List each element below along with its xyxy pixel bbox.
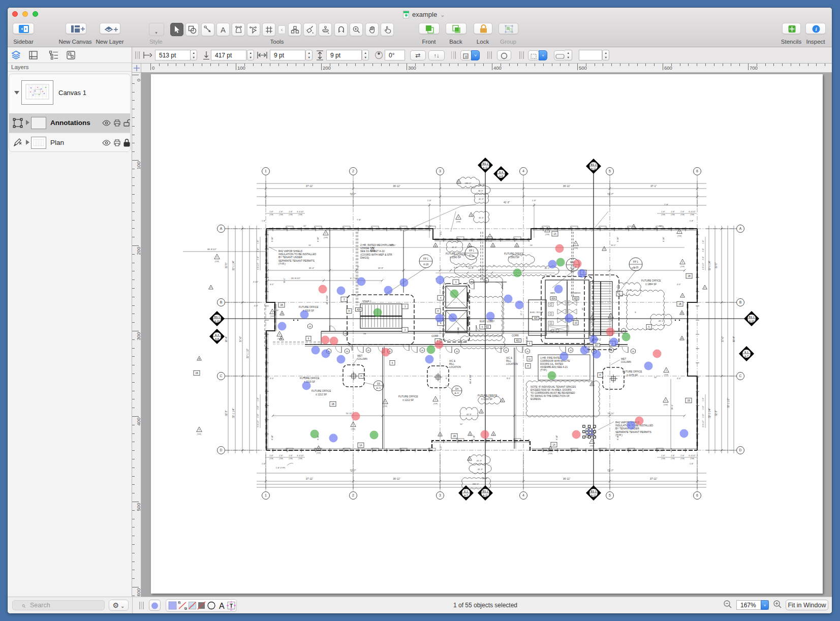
svg-text:INSULATION TO BE INSTALLED: INSULATION TO BE INSTALLED bbox=[278, 253, 316, 256]
svg-text:32'-1 1/4": 32'-1 1/4" bbox=[708, 408, 711, 418]
svg-text:2: 2 bbox=[352, 493, 354, 497]
svg-text:1'-8": 1'-8" bbox=[702, 397, 704, 401]
svg-text:6: 6 bbox=[529, 343, 531, 345]
svg-text:3: 3 bbox=[344, 298, 345, 301]
svg-text:FP 1: FP 1 bbox=[633, 261, 638, 263]
svg-text:1'-8": 1'-8" bbox=[661, 455, 665, 457]
svg-text:(TYP): (TYP) bbox=[671, 458, 675, 460]
svg-text:BS 3: BS 3 bbox=[591, 490, 597, 493]
svg-text:(TYP): (TYP) bbox=[548, 453, 552, 455]
svg-text:A-18: A-18 bbox=[423, 263, 428, 266]
svg-text:(TYP): (TYP) bbox=[545, 234, 549, 236]
svg-text:DWGS): DWGS) bbox=[360, 256, 369, 259]
svg-text:A-21: A-21 bbox=[455, 392, 460, 394]
svg-text:10": 10" bbox=[303, 225, 306, 227]
svg-text:± 1212 SF: ± 1212 SF bbox=[402, 399, 414, 401]
svg-text:32'-5": 32'-5" bbox=[225, 410, 228, 416]
svg-text:R42 VAPOR SHIELD: R42 VAPOR SHIELD bbox=[278, 250, 303, 253]
svg-text:7'-8": 7'-8" bbox=[357, 219, 361, 221]
svg-text:3'-4 1/2": 3'-4 1/2" bbox=[689, 455, 696, 457]
svg-text:46: 46 bbox=[526, 350, 529, 353]
svg-text:2'-8": 2'-8" bbox=[279, 211, 283, 213]
svg-text:A-12: A-12 bbox=[591, 167, 597, 170]
svg-text:H: H bbox=[599, 374, 601, 377]
svg-text:(TYP): (TYP) bbox=[298, 458, 302, 460]
svg-text:2'-8": 2'-8" bbox=[702, 406, 704, 410]
svg-text:(TYP): (TYP) bbox=[269, 458, 273, 460]
svg-text:2'-8": 2'-8" bbox=[680, 211, 685, 213]
svg-text:111'-9": 111'-9" bbox=[478, 269, 485, 271]
svg-text:H: H bbox=[592, 384, 593, 386]
svg-text:FUTURE OFFICE: FUTURE OFFICE bbox=[299, 306, 318, 308]
svg-text:3: 3 bbox=[635, 311, 636, 314]
svg-text:32'-1 1/4": 32'-1 1/4" bbox=[232, 408, 235, 418]
svg-text:MEN: MEN bbox=[550, 292, 555, 294]
svg-text:2'-8": 2'-8" bbox=[680, 455, 685, 457]
svg-text:1'-8": 1'-8" bbox=[690, 463, 694, 465]
svg-text:46: 46 bbox=[623, 330, 625, 332]
svg-text:A-11: A-11 bbox=[483, 494, 488, 497]
svg-text:TO CORRIDORS MUST BE REVERSED: TO CORRIDORS MUST BE REVERSED bbox=[531, 392, 575, 394]
svg-text:FUTURE OFFICE: FUTURE OFFICE bbox=[641, 280, 661, 282]
svg-text:3'-8 1/2": 3'-8 1/2" bbox=[257, 262, 259, 270]
svg-text:(TYP): (TYP) bbox=[664, 374, 668, 376]
svg-text:(TYP): (TYP) bbox=[456, 221, 460, 223]
svg-text:4'-0": 4'-0" bbox=[270, 377, 274, 380]
svg-text:13'-1": 13'-1" bbox=[520, 310, 522, 316]
svg-text:C: C bbox=[220, 374, 223, 378]
svg-text:32'-1 1/4": 32'-1 1/4" bbox=[708, 260, 711, 270]
svg-text:7'-8": 7'-8" bbox=[664, 203, 669, 206]
svg-text:(TYP): (TYP) bbox=[351, 428, 355, 430]
svg-text:1'-8": 1'-8" bbox=[262, 463, 266, 465]
svg-text:36'-8 1/2": 36'-8 1/2" bbox=[207, 248, 217, 251]
svg-text:4'-0": 4'-0" bbox=[440, 230, 442, 235]
svg-text:RILL: RILL bbox=[506, 360, 511, 362]
svg-text:6: 6 bbox=[696, 493, 698, 497]
svg-text:FP 1: FP 1 bbox=[469, 250, 474, 252]
svg-text:(TYP): (TYP) bbox=[279, 458, 283, 460]
svg-text:4: 4 bbox=[522, 493, 524, 497]
svg-text:3'-4 1/2": 3'-4 1/2" bbox=[297, 211, 304, 213]
svg-text:A-21: A-21 bbox=[377, 387, 382, 389]
svg-text:STAIR 1: STAIR 1 bbox=[362, 300, 371, 303]
svg-text:(TYP): (TYP) bbox=[590, 445, 594, 447]
svg-text:1-HR. FIRE RATED: 1-HR. FIRE RATED bbox=[540, 357, 562, 359]
svg-text:41'-3": 41'-3" bbox=[478, 468, 483, 471]
svg-text:1A: 1A bbox=[359, 444, 363, 447]
svg-text:46: 46 bbox=[456, 350, 458, 353]
svg-text:CLEAR: CLEAR bbox=[457, 327, 459, 334]
svg-text:A-10: A-10 bbox=[214, 320, 220, 323]
svg-text:1B: 1B bbox=[688, 275, 691, 277]
svg-text:3: 3 bbox=[439, 493, 441, 497]
svg-text:407: 407 bbox=[595, 344, 599, 347]
svg-text:9 1/4": 9 1/4" bbox=[271, 435, 273, 440]
svg-text:1B: 1B bbox=[453, 435, 456, 438]
svg-text:E 4: E 4 bbox=[499, 171, 503, 174]
svg-text:A-7: A-7 bbox=[464, 494, 468, 497]
svg-text:(TYP): (TYP) bbox=[677, 235, 681, 237]
svg-text:32'-1 1/2": 32'-1 1/2" bbox=[727, 398, 730, 408]
svg-text:6'-7 1/2": 6'-7 1/2" bbox=[350, 277, 359, 280]
svg-text:± 1884 SF: ± 1884 SF bbox=[645, 283, 657, 286]
svg-text:4'-0": 4'-0" bbox=[677, 283, 681, 286]
svg-text:9 1/4": 9 1/4" bbox=[317, 237, 319, 242]
svg-text:41'-3": 41'-3" bbox=[466, 413, 472, 416]
svg-text:A-7: A-7 bbox=[744, 355, 749, 358]
svg-text:19'-9": 19'-9" bbox=[378, 267, 384, 269]
svg-text:1'-8": 1'-8" bbox=[269, 211, 273, 213]
svg-text:6: 6 bbox=[392, 362, 393, 364]
svg-text:3'-4 1/2": 3'-4 1/2" bbox=[689, 211, 696, 213]
svg-text:BS 2: BS 2 bbox=[483, 162, 488, 165]
svg-text:10": 10" bbox=[659, 225, 662, 227]
svg-text:(TYP): (TYP) bbox=[609, 320, 613, 322]
svg-text:2'-8": 2'-8" bbox=[257, 256, 259, 260]
svg-text:BY TENANT UNDER: BY TENANT UNDER bbox=[278, 256, 302, 259]
svg-text:(TYP): (TYP) bbox=[574, 247, 578, 250]
svg-text:RILL: RILL bbox=[449, 363, 454, 365]
svg-text:D5: D5 bbox=[377, 383, 380, 385]
svg-text:1B: 1B bbox=[280, 304, 283, 306]
svg-text:CHASE TYP.: CHASE TYP. bbox=[360, 246, 375, 250]
svg-text:SEPARATE TENANT PERMITS: SEPARATE TENANT PERMITS bbox=[615, 430, 651, 433]
svg-text:36'-9": 36'-9" bbox=[479, 184, 485, 187]
svg-text:32'-5": 32'-5" bbox=[225, 262, 228, 268]
